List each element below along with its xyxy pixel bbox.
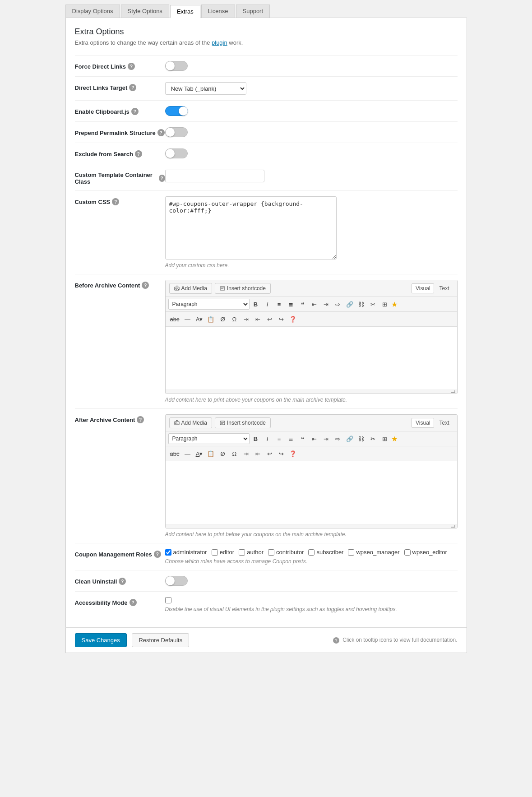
tab-style-options[interactable]: Style Options (121, 5, 169, 18)
tab-extras[interactable]: Extras (170, 5, 200, 18)
tab-support[interactable]: Support (236, 5, 270, 18)
accessibility-mode-help-icon[interactable]: ? (130, 599, 137, 606)
after-archive-bold-btn[interactable]: B (250, 433, 261, 444)
role-editor[interactable]: editor (212, 549, 235, 556)
after-archive-align-right-btn[interactable]: ⇨ (333, 433, 343, 444)
coupon-management-roles-help-icon[interactable]: ? (154, 551, 161, 558)
before-archive-hr-btn[interactable]: — (182, 314, 193, 324)
role-wpseo-manager[interactable]: wpseo_manager (348, 549, 399, 556)
exclude-from-search-help-icon[interactable]: ? (135, 150, 142, 158)
before-archive-content-help-icon[interactable]: ? (142, 282, 149, 289)
after-archive-paste-btn[interactable]: 📋 (205, 448, 216, 459)
after-archive-editor-body[interactable] (166, 461, 457, 524)
after-archive-ol-btn[interactable]: ≣ (286, 433, 296, 444)
after-archive-blockquote-btn[interactable]: ❝ (297, 433, 308, 444)
before-archive-bold-btn[interactable]: B (250, 299, 261, 310)
before-archive-insert-shortcode-btn[interactable]: Insert shortcode (215, 283, 271, 294)
after-archive-hr-btn[interactable]: — (182, 448, 193, 459)
exclude-from-search-toggle[interactable] (165, 148, 188, 158)
before-archive-redo-btn[interactable]: ↪ (276, 314, 287, 324)
before-archive-more-btn[interactable]: ✂ (368, 299, 379, 310)
before-archive-help-btn[interactable]: ❓ (287, 314, 298, 324)
role-author[interactable]: author (239, 549, 264, 556)
role-subscriber[interactable]: subscriber (308, 549, 343, 556)
before-archive-outdent-btn[interactable]: ⇤ (252, 314, 263, 324)
before-archive-align-right-btn[interactable]: ⇨ (333, 299, 343, 310)
after-archive-ul-btn[interactable]: ≡ (274, 433, 285, 444)
before-archive-indent-btn[interactable]: ⇥ (241, 314, 251, 324)
after-archive-text-tab[interactable]: Text (435, 418, 453, 428)
before-archive-resize-handle[interactable] (166, 390, 457, 394)
custom-template-class-input[interactable] (165, 170, 264, 182)
after-archive-align-left-btn[interactable]: ⇤ (309, 433, 320, 444)
prepend-permalink-toggle[interactable] (165, 127, 188, 137)
after-archive-insert-shortcode-btn[interactable]: Insert shortcode (215, 417, 271, 428)
after-archive-help-btn[interactable]: ❓ (287, 448, 298, 459)
before-archive-fullscreen-btn[interactable]: ⊞ (379, 299, 390, 310)
before-archive-ul-btn[interactable]: ≡ (274, 299, 285, 310)
role-author-checkbox[interactable] (239, 549, 245, 556)
role-wpseo-manager-checkbox[interactable] (348, 549, 354, 556)
enable-clipboardjs-toggle[interactable] (165, 106, 188, 116)
before-archive-paste-btn[interactable]: 📋 (205, 314, 216, 324)
before-archive-omega-btn[interactable]: Ω (229, 314, 240, 324)
after-archive-link-btn[interactable]: 🔗 (344, 433, 355, 444)
after-archive-visual-tab[interactable]: Visual (412, 418, 434, 428)
before-archive-unlink-btn[interactable]: ⛓ (356, 299, 367, 310)
before-archive-add-media-btn[interactable]: Add Media (169, 283, 212, 294)
after-archive-clear-btn[interactable]: Ø (217, 448, 228, 459)
after-archive-strikethrough-btn[interactable]: abc (168, 448, 181, 459)
after-archive-outdent-btn[interactable]: ⇤ (252, 448, 263, 459)
after-archive-more-btn[interactable]: ✂ (368, 433, 379, 444)
role-contributor-checkbox[interactable] (268, 549, 274, 556)
before-archive-undo-btn[interactable]: ↩ (264, 314, 275, 324)
before-archive-editor-body[interactable] (166, 327, 457, 390)
before-archive-strikethrough-btn[interactable]: abc (168, 314, 181, 324)
restore-defaults-button[interactable]: Restore Defaults (132, 633, 189, 647)
role-editor-checkbox[interactable] (212, 549, 218, 556)
before-archive-ol-btn[interactable]: ≣ (286, 299, 296, 310)
role-subscriber-checkbox[interactable] (308, 549, 315, 556)
after-archive-content-help-icon[interactable]: ? (137, 416, 144, 423)
role-contributor[interactable]: contributor (268, 549, 304, 556)
after-archive-star-icon[interactable]: ★ (391, 435, 398, 443)
tab-display-options[interactable]: Display Options (65, 5, 120, 18)
after-archive-paragraph-select[interactable]: Paragraph (168, 433, 250, 444)
after-archive-omega-btn[interactable]: Ω (229, 448, 240, 459)
after-archive-fullscreen-btn[interactable]: ⊞ (379, 433, 390, 444)
before-archive-color-btn[interactable]: A▾ (194, 314, 204, 324)
role-administrator-checkbox[interactable] (165, 549, 171, 556)
before-archive-visual-tab[interactable]: Visual (412, 283, 434, 293)
accessibility-mode-checkbox[interactable] (165, 597, 171, 603)
before-archive-align-center-btn[interactable]: ⇥ (321, 299, 332, 310)
role-administrator[interactable]: administrator (165, 549, 207, 556)
after-archive-add-media-btn[interactable]: Add Media (169, 417, 212, 428)
after-archive-redo-btn[interactable]: ↪ (276, 448, 287, 459)
before-archive-blockquote-btn[interactable]: ❝ (297, 299, 308, 310)
before-archive-link-btn[interactable]: 🔗 (344, 299, 355, 310)
after-archive-italic-btn[interactable]: I (262, 433, 273, 444)
custom-css-help-icon[interactable]: ? (112, 198, 119, 205)
force-direct-links-help-icon[interactable]: ? (128, 63, 135, 70)
tab-license[interactable]: License (201, 5, 235, 18)
clean-uninstall-help-icon[interactable]: ? (119, 578, 126, 585)
direct-links-target-help-icon[interactable]: ? (129, 84, 136, 91)
save-changes-button[interactable]: Save Changes (75, 633, 127, 647)
custom-template-class-help-icon[interactable]: ? (159, 175, 165, 182)
after-archive-resize-handle[interactable] (166, 524, 457, 528)
after-archive-color-btn[interactable]: A▾ (194, 448, 204, 459)
clean-uninstall-toggle[interactable] (165, 576, 188, 586)
after-archive-unlink-btn[interactable]: ⛓ (356, 433, 367, 444)
prepend-permalink-help-icon[interactable]: ? (157, 129, 165, 136)
direct-links-target-select[interactable]: New Tab (_blank) Same Tab (_self) (165, 82, 246, 95)
plugin-link[interactable]: plugin (212, 39, 227, 46)
after-archive-align-center-btn[interactable]: ⇥ (321, 433, 332, 444)
role-wpseo-editor-checkbox[interactable] (404, 549, 411, 556)
before-archive-paragraph-select[interactable]: Paragraph (168, 299, 250, 310)
before-archive-text-tab[interactable]: Text (435, 283, 453, 293)
role-wpseo-editor[interactable]: wpseo_editor (404, 549, 447, 556)
force-direct-links-toggle[interactable] (165, 61, 188, 71)
before-archive-clear-btn[interactable]: Ø (217, 314, 228, 324)
before-archive-align-left-btn[interactable]: ⇤ (309, 299, 320, 310)
before-archive-italic-btn[interactable]: I (262, 299, 273, 310)
